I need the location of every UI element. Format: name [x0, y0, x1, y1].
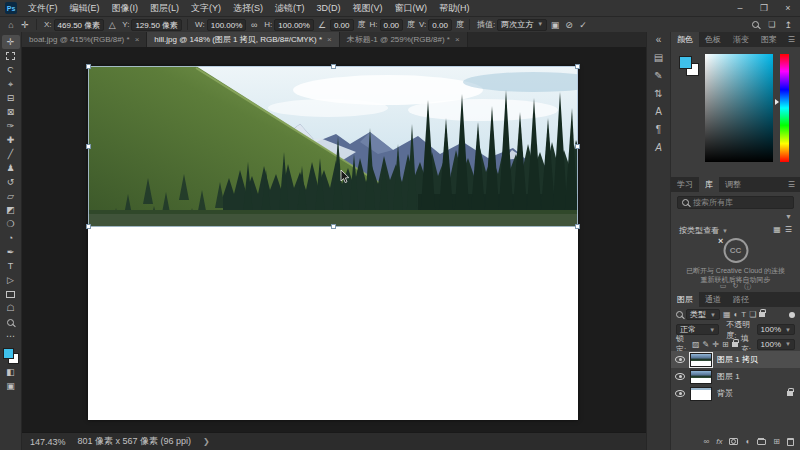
visibility-eye-icon[interactable] [675, 373, 685, 380]
visibility-eye-icon[interactable] [675, 356, 685, 363]
chevron-down-icon[interactable]: ▼ [785, 213, 792, 220]
grid-view-icon[interactable]: ▦ [773, 225, 781, 234]
delete-layer-icon[interactable] [787, 438, 794, 446]
home-icon[interactable]: ⌂ [4, 20, 18, 30]
minimize-button[interactable]: – [728, 0, 752, 16]
filter-toggle[interactable] [789, 312, 795, 318]
menu-file[interactable]: 文件(F) [22, 0, 64, 16]
new-layer-icon[interactable]: ⊞ [773, 437, 780, 446]
tab-color[interactable]: 颜色 [671, 32, 699, 47]
color-swatches[interactable] [2, 347, 20, 365]
v-skew-field[interactable]: 0.00 [428, 19, 452, 31]
crop-tool[interactable]: ⊟ [2, 91, 20, 105]
add-mask-icon[interactable] [729, 438, 738, 445]
layer-row-layer1-copy[interactable]: 图层 1 拷贝 [671, 351, 800, 368]
lock-artboard-icon[interactable]: ⊞ [722, 340, 729, 349]
edit-toolbar-button[interactable]: ⋯ [2, 329, 20, 343]
marquee-tool[interactable] [2, 49, 20, 63]
spot-healing-tool[interactable]: ✚ [2, 133, 20, 147]
angle-value-field[interactable]: 0.00 [330, 19, 354, 31]
zoom-tool[interactable] [2, 315, 20, 329]
foreground-color-swatch[interactable] [679, 56, 692, 69]
canvas-viewport[interactable] [22, 47, 646, 432]
history-brush-tool[interactable]: ↺ [2, 175, 20, 189]
blur-tool[interactable]: ❍ [2, 217, 20, 231]
layer-thumbnail[interactable] [690, 387, 712, 401]
brush-tool[interactable]: ╱ [2, 147, 20, 161]
tab-channels[interactable]: 通道 [699, 292, 727, 307]
placed-image-hill[interactable] [88, 66, 578, 227]
quick-mask-button[interactable]: ◧ [2, 365, 20, 379]
history-panel-icon[interactable]: ▤ [654, 53, 663, 63]
pen-tool[interactable]: ✒ [2, 245, 20, 259]
paragraph-panel-icon[interactable]: ¶ [656, 125, 661, 135]
object-selection-tool[interactable]: ⌖ [2, 77, 20, 91]
eraser-tool[interactable]: ▱ [2, 189, 20, 203]
gradient-tool[interactable]: ◩ [2, 203, 20, 217]
close-icon[interactable]: × [135, 35, 140, 44]
hue-slider-marker[interactable] [775, 99, 779, 105]
menu-image[interactable]: 图像(I) [106, 0, 145, 16]
document-tab-boat[interactable]: boat.jpg @ 415%(RGB/8#) * × [22, 32, 147, 47]
layer-row-background[interactable]: 背景 [671, 385, 800, 402]
menu-view[interactable]: 视图(V) [347, 0, 389, 16]
eyedropper-tool[interactable]: ✑ [2, 119, 20, 133]
menu-filter[interactable]: 滤镜(T) [269, 0, 311, 16]
shape-tool[interactable] [2, 287, 20, 301]
hand-tool[interactable]: ☖ [2, 301, 20, 315]
frame-tool[interactable]: ⊠ [2, 105, 20, 119]
close-icon[interactable]: × [455, 35, 460, 44]
brushes-panel-icon[interactable]: ✎ [654, 71, 662, 81]
lock-transparent-icon[interactable]: ▨ [692, 340, 700, 349]
layer-thumbnail[interactable] [690, 370, 712, 384]
tab-adjustments[interactable]: 调整 [719, 177, 747, 192]
list-view-icon[interactable]: ☰ [785, 225, 792, 234]
menu-help[interactable]: 帮助(H) [433, 0, 476, 16]
move-tool[interactable]: ✛ [2, 35, 20, 49]
screen-mode-button[interactable]: ▣ [2, 379, 20, 393]
path-selection-tool[interactable]: ▷ [2, 273, 20, 287]
active-tool-icon[interactable]: ✛ [18, 20, 32, 30]
commit-transform-icon[interactable]: ✓ [576, 20, 590, 30]
layer-name[interactable]: 背景 [717, 388, 733, 399]
panel-menu-icon[interactable]: ☰ [788, 32, 800, 47]
glyphs-panel-icon[interactable]: A [655, 143, 662, 153]
lock-all-icon[interactable] [732, 342, 738, 347]
zoom-level[interactable]: 147.43% [30, 437, 66, 447]
lasso-tool[interactable]: Ϛ [2, 63, 20, 77]
type-tool[interactable]: T [2, 259, 20, 273]
tab-libraries[interactable]: 库 [699, 177, 719, 192]
link-layers-icon[interactable]: ∞ [704, 437, 710, 446]
layer-style-icon[interactable]: fx [716, 437, 722, 446]
interpolation-dropdown[interactable]: 两次立方▼ [497, 19, 547, 31]
layer-row-layer1[interactable]: 图层 1 [671, 368, 800, 385]
status-options-chevron[interactable]: ❯ [203, 437, 210, 446]
panel-menu-icon[interactable]: ☰ [788, 177, 800, 192]
tab-patterns[interactable]: 图案 [755, 32, 783, 47]
fill-dropdown[interactable]: 100%▼ [757, 339, 795, 350]
layer-thumbnail[interactable] [690, 353, 712, 367]
document-tab-hill[interactable]: hill.jpg @ 148% (图层 1 拷贝, RGB/8#/CMYK) *… [147, 32, 339, 47]
layer-name[interactable]: 图层 1 [717, 371, 740, 382]
close-icon[interactable]: × [327, 35, 332, 44]
tab-paths[interactable]: 路径 [727, 292, 755, 307]
properties-panel-icon[interactable]: ⇅ [654, 89, 662, 99]
workspace-icon[interactable]: ❏ [768, 20, 775, 29]
h-value-field[interactable]: 100.00% [274, 19, 314, 31]
close-button[interactable]: × [776, 0, 800, 16]
clone-stamp-tool[interactable]: ♟ [2, 161, 20, 175]
h-skew-field[interactable]: 0.00 [380, 19, 404, 31]
menu-3d[interactable]: 3D(D) [311, 0, 347, 16]
library-search-input[interactable]: 搜索所有库 [677, 196, 794, 209]
hue-slider[interactable] [780, 54, 789, 162]
character-panel-icon[interactable]: A [655, 107, 662, 117]
link-dimensions-icon[interactable]: ∞ [247, 20, 261, 30]
share-icon[interactable]: ↥ [784, 20, 792, 30]
search-icon[interactable] [752, 21, 759, 28]
relative-position-icon[interactable]: △ [105, 20, 119, 30]
view-by-type-dropdown[interactable]: 按类型查看 ▼ [679, 225, 728, 236]
collapse-panels-icon[interactable]: « [656, 35, 662, 45]
new-group-icon[interactable] [757, 439, 766, 445]
menu-select[interactable]: 选择(S) [227, 0, 269, 16]
x-value-field[interactable]: 469.50 像素 [54, 19, 105, 31]
